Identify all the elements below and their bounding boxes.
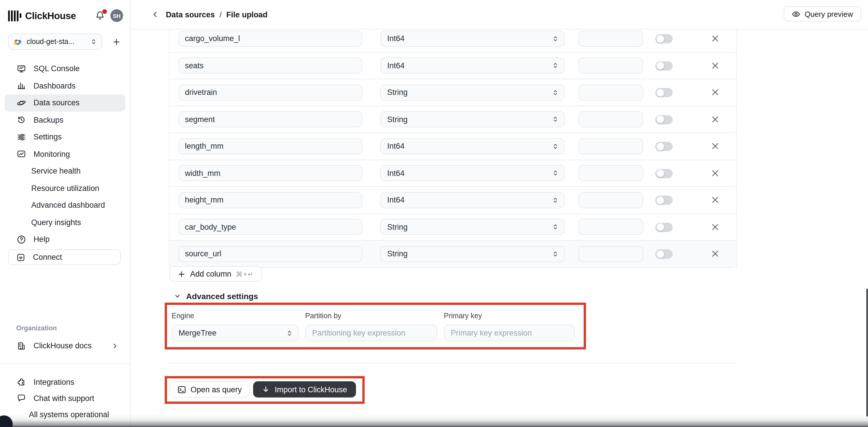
query-preview-button[interactable]: Query preview: [784, 6, 861, 21]
import-to-clickhouse-button[interactable]: Import to ClickHouse: [253, 381, 356, 398]
sql-console-icon: [17, 64, 26, 74]
column-name-input[interactable]: [179, 138, 362, 154]
breadcrumb-data-sources[interactable]: Data sources: [166, 10, 215, 19]
partition-by-input[interactable]: [312, 325, 431, 341]
column-type-select[interactable]: Int64: [380, 165, 565, 181]
table-row: Int64: [169, 187, 736, 214]
annotation-box-advanced-settings: EngineMergeTreePartition byPrimary key: [165, 303, 586, 349]
file-upload-content: Int64Int64StringStringInt64Int64Int64Str…: [130, 29, 868, 427]
column-type-select[interactable]: Int64: [380, 138, 565, 154]
remove-column-button[interactable]: [710, 168, 720, 178]
primary-key-input[interactable]: [451, 325, 569, 341]
column-type-select[interactable]: Int64: [380, 30, 565, 47]
column-name-input[interactable]: [179, 165, 362, 181]
sidebar-item-sql-console[interactable]: SQL Console: [5, 60, 125, 77]
column-type-select[interactable]: String: [380, 219, 565, 235]
sidebar-item-advanced-dashboard[interactable]: Advanced dashboard: [5, 197, 125, 214]
column-default-input[interactable]: [579, 246, 643, 262]
add-service-button[interactable]: [112, 37, 121, 46]
eye-icon: [792, 9, 800, 18]
remove-column-button[interactable]: [710, 33, 720, 44]
column-type-select[interactable]: Int64: [380, 192, 565, 208]
column-name-input[interactable]: [179, 246, 362, 262]
footer-item-label: Chat with support: [33, 394, 94, 402]
remove-column-button[interactable]: [710, 195, 720, 205]
column-default-input[interactable]: [579, 57, 643, 74]
nullable-toggle[interactable]: [655, 223, 673, 232]
column-default-input[interactable]: [579, 138, 643, 154]
sidebar-item-resource-utilization[interactable]: Resource utilization: [5, 180, 125, 197]
sidebar-item-integrations[interactable]: Integrations: [5, 374, 125, 390]
sidebar-item-help[interactable]: Help: [5, 231, 125, 248]
vertical-scrollbar-thumb[interactable]: [866, 289, 868, 417]
remove-column-button[interactable]: [710, 222, 720, 232]
column-default-input[interactable]: [579, 219, 643, 235]
column-default-input[interactable]: [579, 165, 643, 181]
column-name-input[interactable]: [179, 192, 362, 208]
column-name-input[interactable]: [179, 219, 362, 235]
sidebar-item-label: Data sources: [33, 98, 80, 107]
column-default-input[interactable]: [579, 192, 643, 208]
sidebar-item-data-sources[interactable]: Data sources: [5, 94, 125, 111]
sidebar-item-all-systems-operational[interactable]: All systems operational: [5, 406, 125, 422]
remove-column-button[interactable]: [710, 141, 720, 151]
engine-select[interactable]: MergeTree: [172, 324, 299, 341]
avatar[interactable]: SH: [111, 9, 123, 22]
column-default-input[interactable]: [579, 30, 643, 47]
back-button[interactable]: [151, 10, 160, 19]
column-name-input[interactable]: [179, 111, 362, 127]
sidebar-item-clickhouse-docs[interactable]: ClickHouse docs: [5, 337, 125, 354]
sidebar-item-dashboards[interactable]: Dashboards: [5, 77, 125, 94]
remove-column-button[interactable]: [710, 249, 720, 259]
sidebar-item-backups[interactable]: Backups: [5, 111, 125, 129]
connect-button[interactable]: Connect: [8, 249, 121, 265]
nullable-toggle[interactable]: [655, 34, 673, 44]
service-selector[interactable]: cloud-get-sta...: [8, 33, 102, 50]
advanced-settings-toggle[interactable]: Advanced settings: [174, 290, 258, 302]
column-type-select[interactable]: Int64: [380, 57, 565, 74]
column-type-select[interactable]: String: [380, 111, 565, 127]
column-type-select[interactable]: String: [380, 84, 565, 101]
column-name-input[interactable]: [179, 30, 362, 47]
column-default-input[interactable]: [579, 84, 643, 101]
select-value: MergeTree: [179, 329, 216, 337]
column-name-input[interactable]: [179, 84, 362, 101]
actions-row: Open as query Import to ClickHouse: [169, 381, 356, 398]
status-dot-icon: [17, 410, 21, 419]
field-label: Partition by: [305, 312, 437, 320]
sidebar-item-service-health[interactable]: Service health: [5, 163, 125, 180]
connect-label: Connect: [33, 253, 62, 261]
remove-column-button[interactable]: [710, 87, 720, 97]
remove-column-button[interactable]: [710, 60, 720, 70]
nullable-toggle[interactable]: [655, 88, 673, 97]
nullable-toggle[interactable]: [655, 196, 673, 205]
toggle-knob: [656, 143, 664, 150]
notifications-bell-icon[interactable]: [95, 10, 105, 21]
sidebar-item-chat-with-support[interactable]: Chat with support: [5, 390, 125, 406]
toggle-knob: [656, 89, 664, 96]
sidebar-item-query-insights[interactable]: Query insights: [5, 214, 125, 231]
sidebar-item-label: Help: [33, 235, 50, 244]
sidebar-item-label: SQL Console: [33, 64, 80, 73]
sidebar-item-label: Dashboards: [33, 82, 76, 90]
sidebar-item-label: Settings: [33, 133, 62, 141]
chevron-updown-icon: [552, 35, 559, 42]
nullable-toggle[interactable]: [655, 249, 673, 259]
add-column-button[interactable]: Add column ⌘+↵: [169, 266, 262, 282]
chevron-updown-icon: [552, 116, 559, 123]
advanced-field-partition-by: Partition by: [305, 312, 437, 341]
arrow-down-icon: [262, 385, 270, 394]
remove-column-button[interactable]: [710, 114, 720, 124]
column-type-select[interactable]: String: [380, 246, 565, 262]
nullable-toggle[interactable]: [655, 115, 673, 124]
column-name-input[interactable]: [179, 57, 362, 74]
nullable-toggle[interactable]: [655, 169, 673, 178]
nullable-toggle[interactable]: [655, 61, 673, 70]
nullable-toggle[interactable]: [655, 142, 673, 151]
sidebar-item-settings[interactable]: Settings: [5, 129, 125, 145]
column-default-input[interactable]: [579, 111, 643, 127]
brand-title: ClickHouse: [25, 10, 76, 21]
sidebar-item-label: Query insights: [31, 218, 81, 227]
open-as-query-button[interactable]: Open as query: [169, 381, 250, 398]
sidebar-item-monitoring[interactable]: Monitoring: [5, 145, 125, 163]
